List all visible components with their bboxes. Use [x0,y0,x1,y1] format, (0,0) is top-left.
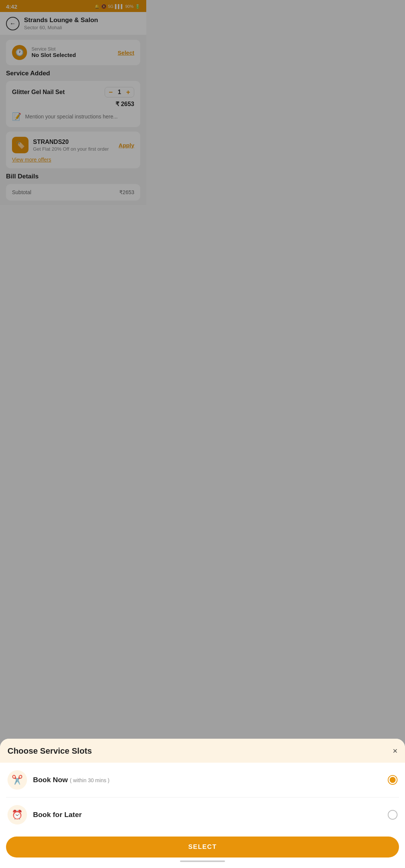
sheet-overlay[interactable] [0,0,146,313]
